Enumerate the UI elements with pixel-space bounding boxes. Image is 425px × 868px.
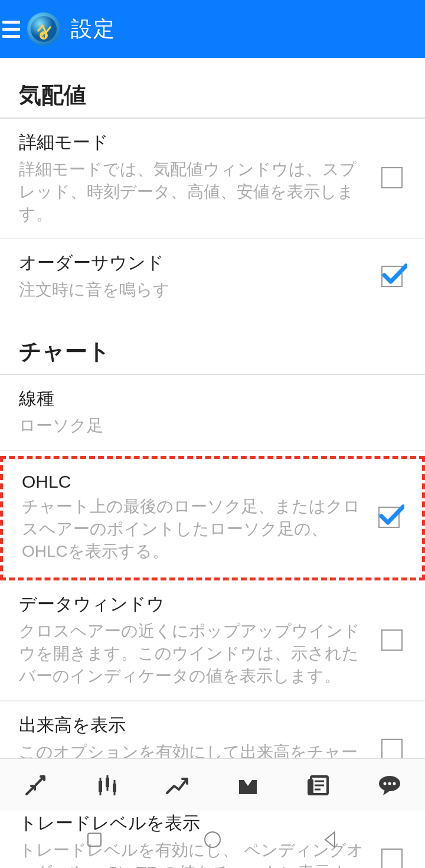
tab-history-icon[interactable] [230,769,266,802]
highlight-ohlc: OHLC チャート上の最後のローソク足、またはクロスヘアーのポイントしたローソク… [0,456,425,580]
detail-mode-desc: 詳細モードでは、気配値ウィンドウは、スプレッド、時刻データ、高値、安値を表示しま… [19,158,372,225]
app-header: 4 設定 [0,0,425,58]
tab-messages-icon[interactable] [372,769,407,802]
row-detail-mode[interactable]: 詳細モード 詳細モードでは、気配値ウィンドウは、スプレッド、時刻データ、高値、安… [0,119,425,239]
section-header-quotes: 気配値 [0,58,425,119]
section-header-chart: チャート [0,314,425,375]
app-logo-icon: 4 [27,12,60,45]
system-nav [0,811,425,868]
order-sound-desc: 注文時に音を鳴らす [19,279,372,301]
menu-icon[interactable] [2,18,24,40]
ohlc-desc: チャート上の最後のローソク足、またはクロスヘアーのポイントしたローソク足の、OH… [22,495,369,562]
tab-news-icon[interactable] [301,769,336,802]
detail-mode-checkbox[interactable] [381,167,403,188]
row-data-window[interactable]: データウィンドウ クロスヘアーの近くにポップアップウインドウを開きます。このウイ… [0,580,425,701]
volume-checkbox[interactable] [381,739,403,760]
tab-trade-icon[interactable] [159,769,195,802]
svg-rect-18 [88,833,101,846]
svg-point-19 [205,832,220,847]
ohlc-title: OHLC [22,472,369,492]
tab-chart-icon[interactable] [89,769,124,802]
tab-quotes-icon[interactable] [18,769,53,802]
detail-mode-title: 詳細モード [19,130,372,155]
line-type-title: 線種 [19,387,400,411]
bottom-tabbar [0,758,425,811]
svg-text:4: 4 [42,33,45,39]
system-back-icon[interactable] [316,825,345,854]
data-window-checkbox[interactable] [381,629,403,651]
row-ohlc[interactable]: OHLC チャート上の最後のローソク足、またはクロスヘアーのポイントしたローソク… [3,459,422,577]
settings-content: 気配値 詳細モード 詳細モードでは、気配値ウィンドウは、スプレッド、時刻データ、… [0,58,425,868]
order-sound-title: オーダーサウンド [19,251,372,275]
svg-point-15 [384,782,387,785]
volume-title: 出来高を表示 [19,713,372,738]
system-recent-icon[interactable] [80,825,109,854]
row-order-sound[interactable]: オーダーサウンド 注文時に音を鳴らす [0,239,425,314]
data-window-title: データウィンドウ [19,592,372,616]
line-type-value: ローソク足 [19,415,400,437]
svg-point-16 [388,782,391,785]
page-title: 設定 [71,15,116,44]
order-sound-checkbox[interactable] [381,266,403,287]
system-home-icon[interactable] [198,825,227,854]
ohlc-checkbox[interactable] [378,507,400,528]
data-window-desc: クロスヘアーの近くにポップアップウインドウを開きます。このウインドウは、示された… [19,620,372,687]
svg-point-17 [393,782,396,785]
row-line-type[interactable]: 線種 ローソク足 [0,375,425,451]
